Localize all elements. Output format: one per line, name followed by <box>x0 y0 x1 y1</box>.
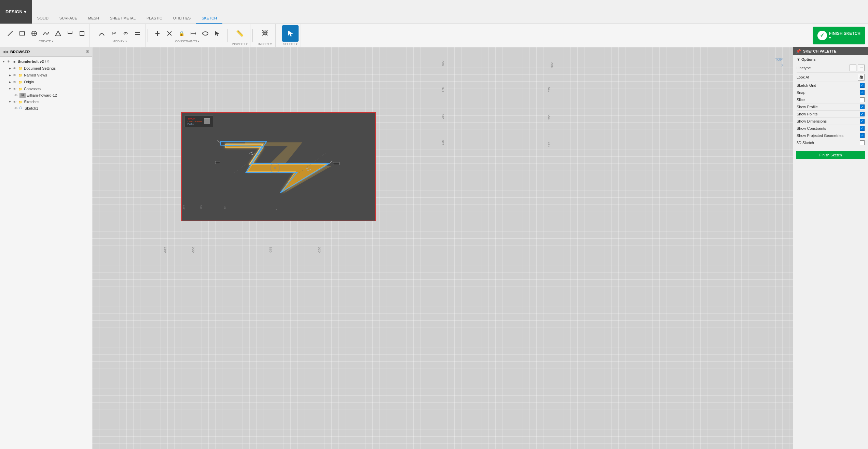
canvas-coord-neg15: -15 <box>223 206 226 210</box>
eye-named-views[interactable]: 👁 <box>13 73 16 77</box>
linetype-icons: — ⋯ <box>850 65 865 71</box>
canvas-area[interactable]: 500 375 250 125 500 375 250 125 -625 -50… <box>92 47 793 449</box>
slice-checkbox[interactable] <box>860 97 865 102</box>
browser-title: BROWSER <box>10 50 30 54</box>
tree-item-origin[interactable]: ▶ 👁 📁 Origin <box>0 79 92 85</box>
palette-row-show-constraints: Show Constraints ✓ <box>797 125 865 132</box>
show-projected-checkbox[interactable]: ✓ <box>860 133 865 138</box>
tree-item-sketches[interactable]: ▼ 👁 📁 Sketches <box>0 98 92 105</box>
show-dimensions-label: Show Dimensions <box>797 119 827 123</box>
tree-item-william-howard[interactable]: 👁 🖼 william-howard-12 <box>0 92 92 98</box>
linetype-solid-icon[interactable]: — <box>850 65 856 71</box>
palette-title: SKETCH PALETTE <box>803 49 837 53</box>
show-profile-label: Show Profile <box>797 105 818 109</box>
square-outlined-tool[interactable] <box>77 28 87 39</box>
ellipse-constraint-tool[interactable] <box>200 28 211 39</box>
show-points-checkbox[interactable]: ✓ <box>860 112 865 116</box>
linetype-dashed-icon[interactable]: ⋯ <box>858 65 865 71</box>
menu-tabs: SOLID SURFACE MESH SHEET METAL PLASTIC U… <box>32 0 222 24</box>
z-axis-label: Z <box>781 64 783 68</box>
show-constraints-checkbox[interactable]: ✓ <box>860 126 865 131</box>
folder-icon-doc-settings: 📁 <box>18 66 23 71</box>
constraints-label[interactable]: CONSTRAINTS ▾ <box>175 40 199 43</box>
x-tool[interactable] <box>164 28 175 39</box>
rect-tool[interactable] <box>17 28 28 39</box>
cursor-tool2[interactable] <box>212 28 223 39</box>
eye-thunderbolt[interactable]: 👁 <box>7 60 10 64</box>
spline-tool[interactable] <box>41 28 52 39</box>
eye-sketches[interactable]: 👁 <box>13 100 16 104</box>
tree-item-doc-settings[interactable]: ▶ 👁 📁 Document Settings <box>0 65 92 72</box>
browser-collapse-arrow[interactable]: ◀◀ <box>3 50 8 54</box>
palette-options-header[interactable]: ▼ Options <box>797 57 865 61</box>
tree-arrow-sketches: ▼ <box>8 99 12 104</box>
snap-checkbox[interactable]: ✓ <box>860 90 865 95</box>
create-group: CREATE ▾ <box>3 24 90 47</box>
tab-sketch[interactable]: SKETCH <box>196 0 222 24</box>
tree-item-named-views[interactable]: ▶ 👁 📁 Named Views <box>0 72 92 79</box>
settings-icon[interactable]: ⚙ <box>47 60 50 63</box>
snap-label: Snap <box>797 90 805 95</box>
folder-icon-sketches: 📁 <box>18 99 23 104</box>
tree-label-sketch1: Sketch1 <box>25 106 38 110</box>
grid-label-neg500: -500 <box>192 247 195 253</box>
inspect-label[interactable]: INSPECT ▾ <box>232 42 248 46</box>
grid-label-250-right: 250 <box>441 114 444 119</box>
scissors-tool[interactable]: ✂ <box>108 28 119 39</box>
dimension-tool[interactable] <box>188 28 199 39</box>
info-icon[interactable]: ℹ <box>45 60 46 63</box>
finish-sketch-palette-button[interactable]: Finish Sketch <box>796 151 865 159</box>
look-at-button[interactable]: 🎥 <box>858 74 865 81</box>
modify-label[interactable]: MODIFY ▾ <box>112 40 127 43</box>
bracket-tool[interactable] <box>65 28 75 39</box>
perpendicular-tool[interactable] <box>152 28 163 39</box>
circle-cross-tool[interactable] <box>29 28 40 39</box>
tab-surface[interactable]: SURFACE <box>54 0 83 24</box>
triangle-tool[interactable] <box>53 28 64 39</box>
lock-tool[interactable]: 🔒 <box>176 28 187 39</box>
eye-canvases[interactable]: 👁 <box>13 87 16 91</box>
tab-solid[interactable]: SOLID <box>32 0 54 24</box>
palette-pin-icon[interactable]: 📌 <box>796 49 801 54</box>
tab-mesh[interactable]: MESH <box>83 0 105 24</box>
eye-doc-settings[interactable]: 👁 <box>13 67 16 70</box>
sketch-icon: ⬡ <box>19 106 24 111</box>
constraints-tools: 🔒 <box>152 28 223 39</box>
select-tool[interactable] <box>282 25 299 42</box>
sketch-grid-checkbox[interactable]: ✓ <box>860 83 865 88</box>
select-label[interactable]: SELECT ▾ <box>283 42 298 46</box>
palette-row-show-points: Show Points ✓ <box>797 111 865 118</box>
show-dimensions-checkbox[interactable]: ✓ <box>860 119 865 124</box>
show-projected-label: Show Projected Geometries <box>797 134 843 138</box>
eye-sketch1[interactable]: 👁 <box>14 107 18 110</box>
svg-point-27 <box>274 167 276 169</box>
eye-origin[interactable]: 👁 <box>13 80 16 84</box>
finish-sketch-button[interactable]: ✓ FINISH SKETCH ▾ <box>813 27 865 44</box>
create-label[interactable]: CREATE ▾ <box>39 40 53 43</box>
tree-arrow-named-views: ▶ <box>8 73 12 78</box>
browser-options-icon[interactable]: ⦿ <box>86 50 89 54</box>
tree-item-sketch1[interactable]: 👁 ⬡ Sketch1 <box>0 105 92 111</box>
show-profile-checkbox[interactable]: ✓ <box>860 104 865 109</box>
create-tools <box>5 28 87 39</box>
lightning-bolt <box>196 132 360 201</box>
ruler-tool[interactable]: 📏 <box>232 25 248 42</box>
insert-label[interactable]: INSERT ▾ <box>258 42 272 46</box>
divider-2 <box>148 29 148 42</box>
tree-label-sketches: Sketches <box>24 100 39 104</box>
tab-plastic[interactable]: PLASTIC <box>141 0 168 24</box>
design-button[interactable]: DESIGN ▾ <box>0 0 32 24</box>
tab-utilities[interactable]: UTILITIES <box>168 0 196 24</box>
image-tool[interactable]: 🖼 <box>257 25 273 42</box>
arc-tool[interactable] <box>96 28 107 39</box>
tab-sheet-metal[interactable]: SHEET METAL <box>105 0 141 24</box>
line-tool[interactable] <box>5 28 16 39</box>
3d-sketch-checkbox[interactable] <box>860 140 865 145</box>
svg-line-31 <box>251 154 254 155</box>
eye-william-howard[interactable]: 👁 <box>14 94 18 97</box>
tree-item-canvases[interactable]: ▼ 👁 📁 Canvases <box>0 85 92 92</box>
tree-item-thunderbolt[interactable]: ▼ 👁 ■ thunderbolt v2 ℹ ⚙ <box>0 58 92 65</box>
tree-label-canvases: Canvases <box>24 87 41 91</box>
offset-tool[interactable] <box>120 28 131 39</box>
equal-tool[interactable] <box>132 28 143 39</box>
